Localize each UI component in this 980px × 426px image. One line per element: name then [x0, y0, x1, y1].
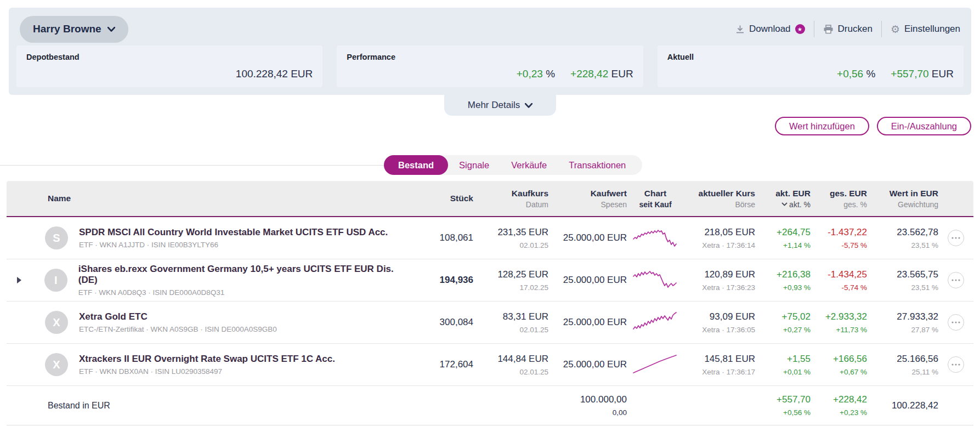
ges-eur-cell: +2.933,32+11,73 % — [811, 311, 867, 334]
divider — [814, 21, 814, 37]
menu-cell — [938, 272, 973, 288]
sparkline-chart[interactable] — [627, 311, 684, 333]
sparkline-chart[interactable] — [627, 354, 684, 376]
qty-cell: 194,936 — [399, 275, 473, 286]
table-row[interactable]: I iShares eb.rexx Government Germany 10,… — [7, 259, 973, 302]
value-cell: 27.933,3227,87 % — [867, 311, 938, 334]
buy-value-cell: 25.000,00 EUR — [548, 232, 627, 243]
table-row[interactable]: X Xtrackers II EUR Overnight Rate Swap U… — [7, 344, 973, 386]
instrument-meta: ETF · WKN A0D8Q3 · ISIN DE000A0D8Q31 — [78, 288, 399, 297]
card-label: Aktuell — [667, 53, 954, 61]
holdings-table: Name Stück KaufkursDatum KaufwertSpesen … — [7, 181, 973, 425]
col-ges-eur: ges. EUR — [830, 189, 867, 198]
more-details-button[interactable]: Mehr Details — [444, 95, 556, 116]
name-cell: I iShares eb.rexx Government Germany 10,… — [7, 264, 399, 297]
instrument-avatar: X — [45, 353, 68, 376]
name-cell: X Xetra Gold ETC ETC-/ETN-Zertifikat · W… — [7, 311, 399, 334]
akt-eur-cell: +264,75+1,14 % — [755, 227, 811, 249]
gear-icon: ⚙ — [891, 24, 900, 35]
instrument-name[interactable]: Xtrackers II EUR Overnight Rate Swap UCI… — [79, 354, 335, 365]
aktuell-amount: +557,70 EUR — [891, 68, 954, 80]
expand-arrow-icon[interactable] — [16, 276, 29, 284]
tab-transaktionen[interactable]: Transaktionen — [558, 155, 637, 175]
portfolio-name: Harry Browne — [33, 23, 101, 35]
col-stueck: Stück — [450, 194, 473, 203]
buy-price-cell: 144,84 EUR02.01.25 — [473, 354, 548, 376]
row-menu-button[interactable] — [948, 272, 964, 288]
more-details-label: Mehr Details — [468, 100, 520, 111]
card-label: Depotbestand — [26, 53, 313, 61]
footer-ges-eur: +228,42 +0,23 % — [811, 394, 867, 417]
buy-value-cell: 25.000,00 EUR — [548, 317, 627, 328]
tab-bestand[interactable]: Bestand — [384, 155, 448, 175]
qty-cell: 300,084 — [399, 317, 473, 328]
sparkline-chart[interactable] — [627, 269, 684, 291]
akt-eur-cell: +1,55+0,01 % — [755, 354, 811, 376]
col-kaufwert: Kaufwert — [591, 189, 627, 198]
divider — [881, 21, 882, 37]
menu-cell — [938, 314, 973, 331]
akt-eur-cell: +216,38+0,93 % — [755, 269, 811, 292]
row-menu-button[interactable] — [948, 230, 964, 246]
chevron-down-icon — [107, 27, 115, 32]
tab-signale[interactable]: Signale — [448, 155, 500, 175]
value-cell: 25.166,5625,11 % — [867, 354, 938, 376]
portfolio-selector[interactable]: Harry Browne — [20, 16, 128, 43]
instrument-name[interactable]: SPDR MSCI All Country World Investable M… — [79, 227, 388, 238]
row-menu-button[interactable] — [948, 356, 964, 373]
current-price-cell: 93,09 EURXetra · 17:36:05 — [684, 311, 755, 334]
instrument-name[interactable]: Xetra Gold ETC — [79, 311, 277, 322]
sparkline-chart[interactable] — [627, 227, 684, 249]
settings-label: Einstellungen — [904, 24, 960, 35]
instrument-name[interactable]: iShares eb.rexx Government Germany 10,5+… — [78, 264, 399, 286]
akt-eur-cell: +75,02+0,27 % — [755, 311, 811, 334]
footer-label: Bestand in EUR — [7, 401, 110, 411]
tab-bar: Bestand Signale Verkäufe Transaktionen — [384, 155, 642, 175]
current-price-cell: 145,81 EURXetra · 17:36:17 — [684, 354, 755, 376]
ges-eur-cell: -1.437,22-5,75 % — [811, 227, 867, 249]
row-menu-button[interactable] — [948, 314, 964, 331]
col-wert-in-eur: Wert in EUR — [890, 189, 938, 198]
ges-eur-cell: -1.434,25-5,74 % — [811, 269, 867, 292]
premium-star-icon: ★ — [795, 24, 805, 34]
chevron-down-icon — [525, 103, 533, 108]
qty-cell: 172,604 — [399, 359, 473, 370]
footer-buy-value: 100.000,00 0,00 — [548, 394, 627, 417]
divider — [0, 165, 384, 166]
depot-value: 100.228,42 EUR — [236, 68, 313, 80]
add-value-button[interactable]: Wert hinzufügen — [775, 117, 869, 135]
table-header: Name Stück KaufkursDatum KaufwertSpesen … — [7, 181, 973, 217]
buy-price-cell: 83,31 EUR02.01.25 — [473, 311, 548, 334]
print-button[interactable]: Drucken — [823, 24, 873, 35]
settings-button[interactable]: ⚙ Einstellungen — [891, 24, 960, 35]
table-row[interactable]: X Xetra Gold ETC ETC-/ETN-Zertifikat · W… — [7, 302, 973, 344]
instrument-meta: ETF · WKN DBX0AN · ISIN LU0290358497 — [79, 367, 335, 376]
deposit-withdraw-button[interactable]: Ein-/Auszahlung — [877, 117, 971, 135]
col-name: Name — [48, 194, 71, 203]
current-price-cell: 218,05 EURXetra · 17:36:14 — [684, 227, 755, 249]
instrument-avatar: X — [45, 311, 68, 334]
card-label: Performance — [347, 53, 633, 61]
performance-pct: +0,23 % — [517, 68, 555, 80]
download-label: Download — [749, 24, 791, 35]
download-button[interactable]: Download ★ — [735, 24, 805, 35]
buy-value-cell: 25.000,00 EUR — [548, 275, 627, 286]
performance-amount: +228,42 EUR — [570, 68, 633, 80]
col-akt-eur[interactable]: akt. EURakt. % — [755, 189, 811, 209]
print-label: Drucken — [838, 24, 873, 35]
summary-card-performance: Performance +0,23 % +228,42 EUR — [337, 46, 643, 87]
tab-verkaeufe[interactable]: Verkäufe — [500, 155, 558, 175]
instrument-avatar: I — [44, 269, 67, 292]
summary-card-depotbestand: Depotbestand 100.228,42 EUR — [16, 46, 322, 87]
download-icon — [735, 25, 745, 34]
value-cell: 23.565,7523,51 % — [867, 269, 938, 292]
current-price-cell: 120,89 EURXetra · 17:36:23 — [684, 269, 755, 292]
col-chart: Chart — [644, 189, 666, 198]
name-cell: S SPDR MSCI All Country World Investable… — [7, 226, 399, 249]
table-row[interactable]: S SPDR MSCI All Country World Investable… — [7, 217, 973, 259]
col-kaufkurs: Kaufkurs — [512, 189, 548, 198]
footer-akt-eur: +557,70 +0,56 % — [755, 394, 811, 417]
header-band: Harry Browne Download ★ Drucken ⚙ Einste… — [9, 8, 971, 95]
printer-icon — [823, 25, 834, 34]
value-cell: 23.562,7823,51 % — [867, 227, 938, 249]
